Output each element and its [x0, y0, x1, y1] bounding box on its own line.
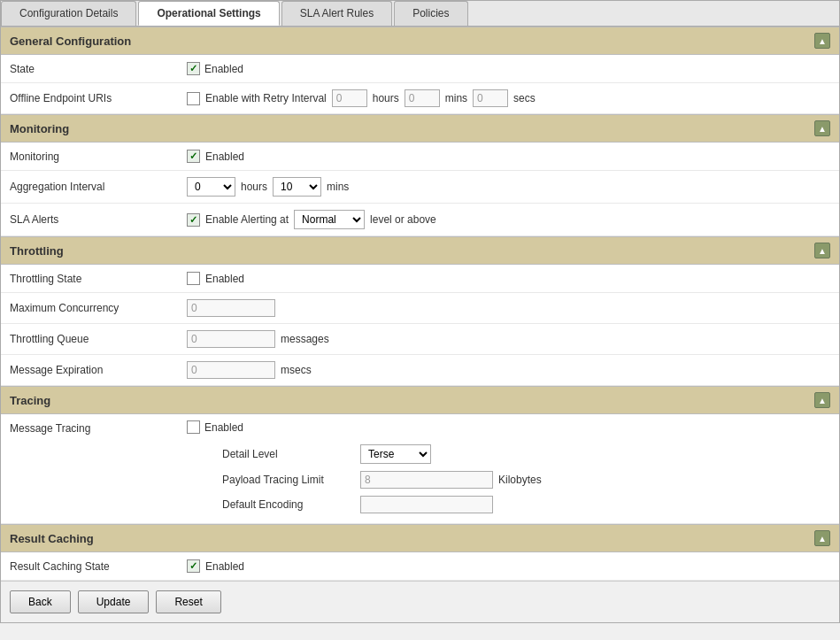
throttling-header: Throttling ▲: [1, 236, 839, 265]
general-config-title: General Configuration: [10, 35, 131, 48]
state-row: State Enabled: [1, 55, 839, 83]
default-encoding-input[interactable]: [360, 496, 493, 513]
monitoring-checkbox[interactable]: [187, 150, 200, 163]
throttling-collapse-btn[interactable]: ▲: [814, 243, 830, 258]
sla-prefix-text: Enable Alerting at: [205, 213, 289, 226]
monitoring-text: Enabled: [205, 150, 244, 163]
state-checkbox[interactable]: [187, 62, 200, 75]
monitoring-header: Monitoring ▲: [1, 114, 839, 143]
max-concurrency-row: Maximum Concurrency: [1, 293, 839, 324]
button-bar: Back Update Reset: [1, 581, 839, 622]
sla-alerts-control: Enable Alerting at Normal Minor Major Cr…: [187, 210, 830, 229]
throttling-state-text: Enabled: [205, 273, 244, 285]
tracing-checkbox[interactable]: [187, 420, 200, 434]
tracing-title: Tracing: [10, 394, 50, 407]
max-concurrency-control: [187, 299, 830, 317]
throttling-queue-input[interactable]: [187, 330, 275, 348]
tab-policies[interactable]: Policies: [394, 1, 467, 26]
general-config-collapse-btn[interactable]: ▲: [814, 33, 830, 49]
payload-limit-input[interactable]: [360, 471, 493, 489]
offline-endpoint-label: Offline Endpoint URIs: [10, 92, 187, 104]
monitoring-title: Monitoring: [10, 122, 69, 135]
message-expiration-row: Message Expiration msecs: [1, 355, 839, 386]
agg-mins-select[interactable]: 5 10 15 30 60: [273, 177, 321, 197]
aggregation-interval-label: Aggregation Interval: [10, 181, 187, 193]
message-expiration-input[interactable]: [187, 361, 275, 379]
throttling-state-label: Throttling State: [10, 273, 187, 285]
reset-button[interactable]: Reset: [156, 590, 220, 613]
monitoring-collapse-btn[interactable]: ▲: [814, 120, 830, 136]
result-caching-state-label: Result Caching State: [10, 560, 187, 573]
default-encoding-label: Default Encoding: [222, 498, 355, 511]
mins-label: mins: [445, 92, 467, 104]
agg-hours-select[interactable]: 0 1 2 6 12 24: [187, 177, 235, 197]
secs-label: secs: [513, 92, 536, 104]
message-tracing-row: Message Tracing Enabled Detail Level Ter…: [1, 414, 839, 524]
max-concurrency-label: Maximum Concurrency: [10, 302, 187, 314]
sla-alerts-label: SLA Alerts: [10, 213, 187, 226]
max-concurrency-input[interactable]: [187, 299, 275, 317]
tracing-collapse-btn[interactable]: ▲: [814, 392, 830, 408]
sla-checkbox[interactable]: [187, 213, 200, 227]
monitoring-row: Monitoring Enabled: [1, 143, 839, 171]
hours-input[interactable]: [332, 89, 367, 107]
back-button[interactable]: Back: [10, 590, 71, 613]
sla-level-select[interactable]: Normal Minor Major Critical: [294, 210, 365, 229]
tracing-enabled-row: Enabled: [187, 420, 830, 434]
result-caching-title: Result Caching: [10, 532, 94, 545]
throttling-queue-text: messages: [281, 333, 329, 345]
sla-alerts-row: SLA Alerts Enable Alerting at Normal Min…: [1, 204, 839, 236]
payload-limit-row: Payload Tracing Limit Kilobytes: [222, 467, 830, 492]
state-text: Enabled: [204, 63, 243, 75]
state-label: State: [10, 63, 187, 75]
aggregation-interval-control: 0 1 2 6 12 24 hours 5 10 15 30 60 mins: [187, 177, 830, 197]
aggregation-interval-row: Aggregation Interval 0 1 2 6 12 24 hours…: [1, 171, 839, 204]
throttling-queue-label: Throttling Queue: [10, 333, 187, 345]
monitoring-control: Enabled: [187, 150, 830, 163]
result-caching-header: Result Caching ▲: [1, 524, 839, 552]
content-area: General Configuration ▲ State Enabled Of…: [1, 27, 839, 622]
result-caching-collapse-btn[interactable]: ▲: [814, 530, 830, 546]
monitoring-label: Monitoring: [10, 150, 187, 163]
detail-level-row: Detail Level Terse Verbose: [222, 441, 830, 467]
result-caching-state-control: Enabled: [187, 559, 830, 573]
tracing-header: Tracing ▲: [1, 386, 839, 414]
result-caching-checkbox[interactable]: [187, 559, 200, 573]
message-tracing-label: Message Tracing: [10, 420, 187, 435]
tab-sla-alert-rules[interactable]: SLA Alert Rules: [281, 1, 392, 26]
mins-input[interactable]: [405, 89, 440, 107]
tab-configuration-details[interactable]: Configuration Details: [1, 1, 136, 26]
general-config-header: General Configuration ▲: [1, 27, 839, 55]
offline-endpoint-text: Enable with Retry Interval: [205, 92, 327, 104]
state-control: Enabled: [187, 62, 830, 75]
payload-limit-text: Kilobytes: [498, 474, 542, 486]
tracing-sub-rows: Detail Level Terse Verbose Payload Traci…: [187, 441, 830, 517]
secs-input[interactable]: [473, 89, 508, 107]
tab-operational-settings[interactable]: Operational Settings: [138, 1, 279, 26]
tracing-enabled-text: Enabled: [204, 421, 243, 434]
detail-level-select[interactable]: Terse Verbose: [360, 444, 431, 464]
throttling-title: Throttling: [10, 244, 64, 258]
message-expiration-control: msecs: [187, 361, 830, 379]
throttling-state-row: Throttling State Enabled: [1, 265, 839, 293]
throttling-queue-control: messages: [187, 330, 830, 348]
offline-endpoint-control: Enable with Retry Interval hours mins se…: [187, 89, 830, 107]
result-caching-state-text: Enabled: [205, 560, 244, 573]
offline-endpoint-checkbox[interactable]: [187, 92, 200, 105]
payload-limit-label: Payload Tracing Limit: [222, 474, 355, 486]
detail-level-label: Detail Level: [222, 448, 355, 460]
message-expiration-text: msecs: [281, 364, 312, 376]
message-tracing-control: Enabled Detail Level Terse Verbose Paylo…: [187, 420, 830, 517]
update-button[interactable]: Update: [78, 590, 150, 613]
throttling-state-control: Enabled: [187, 272, 830, 285]
throttling-queue-row: Throttling Queue messages: [1, 324, 839, 355]
throttling-state-checkbox[interactable]: [187, 272, 200, 285]
offline-endpoint-row: Offline Endpoint URIs Enable with Retry …: [1, 83, 839, 114]
default-encoding-row: Default Encoding: [222, 492, 830, 517]
main-container: Configuration Details Operational Settin…: [0, 0, 840, 623]
agg-mins-label: mins: [327, 181, 349, 193]
result-caching-state-row: Result Caching State Enabled: [1, 552, 839, 581]
agg-hours-label: hours: [241, 181, 267, 193]
tabs-bar: Configuration Details Operational Settin…: [1, 1, 839, 27]
sla-suffix-text: level or above: [370, 213, 436, 226]
